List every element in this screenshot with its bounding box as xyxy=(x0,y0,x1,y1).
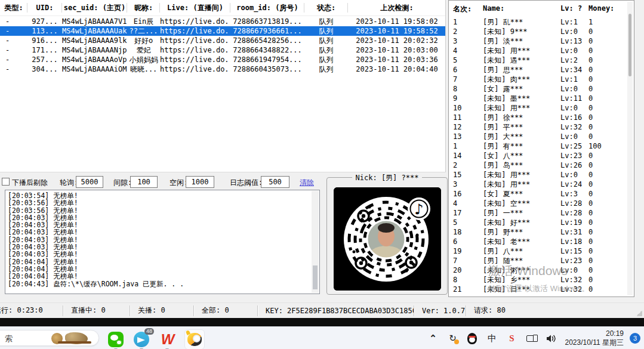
rank-row[interactable]: 9[未知] 墨***Lv:110 xyxy=(449,94,625,103)
rank-row[interactable]: 18[男] 野***Lv:310 xyxy=(449,227,625,237)
telegram-icon[interactable]: 48 xyxy=(133,331,150,348)
rank-row[interactable]: 2[男] 岛***Lv:260 xyxy=(449,160,625,170)
status-version: Ver: 1.0.7 xyxy=(415,307,466,315)
poll-input[interactable] xyxy=(76,176,103,188)
clock-date: 2023/10/11 星期三 xyxy=(565,338,624,347)
log-line: [20:04:03] 无榜单! xyxy=(8,228,310,236)
table-row[interactable]: -304...MS4wLjABAAAAiOM...晓晓...https://li… xyxy=(0,64,446,74)
gap-input[interactable] xyxy=(130,176,158,188)
rank-scrollbar-thumb[interactable] xyxy=(628,14,631,76)
log-scrollbar[interactable] xyxy=(312,191,319,293)
rank-row[interactable]: 7[男] 随***Lv:230 xyxy=(449,256,625,265)
gap-label: 间隙: xyxy=(113,178,132,188)
rank-row[interactable]: 5[未知] 好***Lv:190 xyxy=(449,218,625,227)
qr-code-graphic: ♪ xyxy=(334,187,441,291)
ime-indicator[interactable]: 中 xyxy=(486,332,498,345)
remove-after-end-checkbox[interactable] xyxy=(2,178,10,186)
app-window: 类型: UID: sec_uid: (主页) 昵称: Live: (直播间) r… xyxy=(0,0,644,318)
col-header-roomid[interactable]: room_id: (房号) xyxy=(230,0,304,16)
nick-title: Nick: [男] ?*** xyxy=(352,173,423,183)
col-header-type[interactable]: 类型: xyxy=(0,0,27,16)
search-placeholder-text: 索 xyxy=(5,333,13,344)
col-header-secuid[interactable]: sec_uid: (主页) xyxy=(62,0,127,16)
rank-header-row: 名次: Name: Lv: ? Money: xyxy=(449,4,625,14)
table-header-row: 类型: UID: sec_uid: (主页) 昵称: Live: (直播间) r… xyxy=(0,0,445,16)
idle-input[interactable] xyxy=(186,176,214,188)
taskbar-app-icons: 48 W xyxy=(107,329,205,349)
system-tray: ⌃ ↻ 中 S 20:19 2023/10/11 星期三 xyxy=(427,327,644,349)
douyin-qr-code: ♪ xyxy=(334,187,441,291)
wechat-icon[interactable] xyxy=(107,331,124,348)
status-key: KEY: 2F5E289F1B837BCECDABA03D3C185CF4 xyxy=(258,307,414,315)
name-col-header: Name: xyxy=(483,4,560,14)
log-threshold-input[interactable] xyxy=(261,176,289,188)
col-header-nick[interactable]: 昵称: xyxy=(127,0,160,16)
taskbar-search-box[interactable]: 索 xyxy=(0,330,99,346)
rank-row[interactable]: 4[未知] 空***Lv:280 xyxy=(449,199,625,208)
rank-row[interactable]: 14[女] 八***Lv:230 xyxy=(449,151,625,160)
wps-icon[interactable]: W xyxy=(159,331,175,348)
tray-sync-icon[interactable]: ↻ xyxy=(446,332,458,345)
rank-row[interactable]: 8[女] 露***Lv:00 xyxy=(449,84,625,94)
rank-row[interactable]: 6[男] 思***Lv:340 xyxy=(449,65,625,75)
rank-row[interactable]: 21[未知] 目***Lv:320 xyxy=(449,285,625,294)
rank-row[interactable]: 11[男] 徐***Lv:160 xyxy=(449,113,625,122)
rank-row[interactable]: 1[男] 有***Lv:25100 xyxy=(449,141,625,151)
rank-row[interactable]: 10[未知] 用***Lv:00 xyxy=(449,103,625,113)
rank-row[interactable]: 6[未知] 老***Lv:180 xyxy=(449,237,625,246)
col-header-live[interactable]: Live: (直播间) xyxy=(160,0,230,16)
rank-col-header: 名次: xyxy=(453,4,483,14)
log-line: [20:03:56] 无榜单! xyxy=(8,199,310,206)
notification-count-badge[interactable]: 3 xyxy=(630,333,640,344)
rank-row[interactable]: 8[未知] 乡***Lv:320 xyxy=(449,275,625,285)
active-app-icon[interactable] xyxy=(184,329,205,349)
rank-row[interactable]: 7[未知] 肉***Lv:10 xyxy=(449,75,625,84)
status-bar: 运行: 0:23:0 直播中: 0 关播: 0 全部: 0 KEY: 2F5E2… xyxy=(0,302,644,318)
rank-row[interactable]: 12[男] 平***Lv:320 xyxy=(449,122,625,132)
col-header-lastcheck[interactable]: 上次检测: xyxy=(348,0,446,16)
nick-qr-groupbox: Nick: [男] ?*** xyxy=(326,177,448,295)
clear-log-link[interactable]: 清除 xyxy=(300,178,314,188)
rank-row[interactable]: 20[未知] 粥***Lv:00 xyxy=(449,265,625,275)
clock-time: 20:19 xyxy=(565,329,624,338)
col-header-uid[interactable]: UID: xyxy=(27,0,62,16)
table-row[interactable]: -171...MS4wLjABAAAANjp...爱妃https://live.… xyxy=(0,45,446,55)
log-box[interactable]: [20:03:54] 无榜单![20:03:56] 无榜单![20:03:56]… xyxy=(5,190,320,294)
live-rooms-table: 类型: UID: sec_uid: (主页) 昵称: Live: (直播间) r… xyxy=(0,0,446,172)
rank-row[interactable]: 3[男] 淡***Lv:130 xyxy=(449,36,625,46)
rank-row[interactable]: 3[未知] 用***Lv:240 xyxy=(449,180,625,189)
table-row[interactable]: -257...MS4wLjABAAAAoVp...小娟妈妈https://liv… xyxy=(0,55,446,64)
table-row[interactable]: -916...MS4wLjABAAAA9lk...好好ohttps://live… xyxy=(0,36,446,45)
log-line: [20:04:04] 无榜单! xyxy=(8,273,310,280)
table-row[interactable]: -927...MS4wLjABAAAA7V1...Ein辰https://liv… xyxy=(0,17,446,26)
tray-qq-icon[interactable] xyxy=(466,332,478,345)
log-lines: [20:03:54] 无榜单![20:03:56] 无榜单![20:03:56]… xyxy=(8,192,310,288)
money-col-header: Money: xyxy=(588,4,621,14)
network-display-icon[interactable] xyxy=(525,332,537,345)
log-line: [20:04:43] 盘符:\*\缓存\ROOM.java 已更新. . . xyxy=(8,280,310,288)
rank-row[interactable]: 16[女] 夏***Lv:30 xyxy=(449,189,625,199)
rank-row[interactable]: 4[未知] 用***Lv:00 xyxy=(449,46,625,55)
rank-scrollbar[interactable] xyxy=(627,2,633,295)
bee-app-icon xyxy=(187,333,202,346)
sogou-icon[interactable]: S xyxy=(506,332,517,345)
resize-grip[interactable] xyxy=(636,310,642,316)
live-table-rows: -927...MS4wLjABAAAA7V1...Ein辰https://liv… xyxy=(0,17,446,74)
col-header-status[interactable]: 状态: xyxy=(304,0,348,16)
speaker-icon[interactable] xyxy=(545,332,557,345)
rank-row[interactable]: 2[未知] 9***Lv:00 xyxy=(449,27,625,36)
rank-row[interactable]: 5[未知] 遇***Lv:20 xyxy=(449,55,625,65)
table-row[interactable]: -113...MS4wLjABAAAAUak...??二...https://l… xyxy=(0,26,446,36)
log-threshold-label: 日志阈值: xyxy=(230,178,263,188)
tray-chevron-up-icon[interactable]: ⌃ xyxy=(427,332,439,345)
rank-row[interactable]: 19[男] 八***Lv:150 xyxy=(449,246,625,256)
rank-row[interactable]: 1[男] 乱***Lv:11 xyxy=(449,17,625,27)
taskbar-clock[interactable]: 20:19 2023/10/11 星期三 xyxy=(565,329,624,347)
svg-text:♪: ♪ xyxy=(414,201,423,218)
rank-row[interactable]: 17[男] 一***Lv:280 xyxy=(449,208,625,218)
status-runtime: 运行: 0:23:0 xyxy=(0,305,63,316)
log-scrollbar-thumb[interactable] xyxy=(313,265,318,289)
rank-row[interactable]: 15[未知] 用***Lv:00 xyxy=(449,170,625,180)
rank-row[interactable]: 13[男] 大***Lv:00 xyxy=(449,132,625,141)
status-living-count: 直播中: 0 xyxy=(64,305,130,316)
